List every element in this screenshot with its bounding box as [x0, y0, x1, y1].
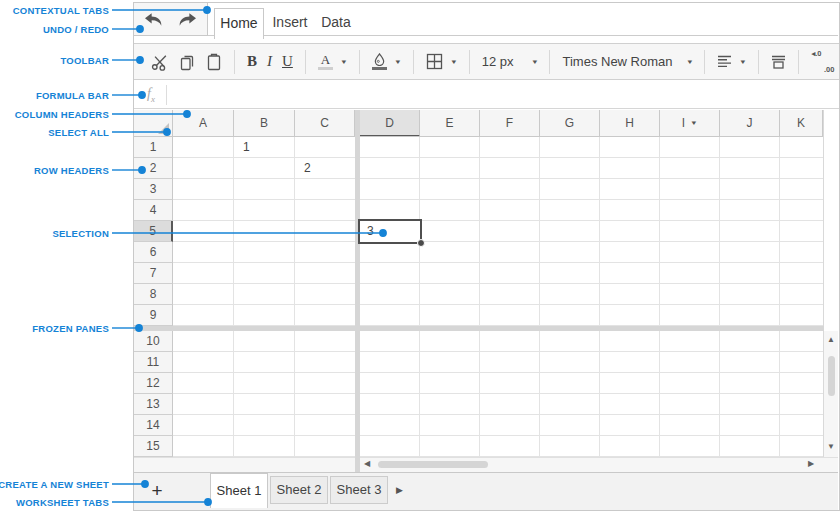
row-header-13[interactable]: 13: [134, 394, 173, 415]
annotation-select-all: SELECT ALL: [48, 126, 109, 139]
row-header-11[interactable]: 11: [134, 352, 173, 373]
frozen-pane-horizontal-bar[interactable]: [134, 326, 824, 331]
font-size-dropdown[interactable]: 12 px ▼: [482, 54, 538, 69]
tab-data[interactable]: Data: [314, 8, 358, 36]
alignment-button[interactable]: ▼: [717, 55, 746, 68]
row-header-10[interactable]: 10: [134, 331, 173, 352]
grid-pane-top-right[interactable]: [360, 137, 823, 326]
column-header-J[interactable]: J: [720, 110, 780, 136]
row-header-2[interactable]: 2: [134, 158, 173, 179]
copy-icon[interactable]: [179, 53, 196, 71]
toolbar: B I U A ▼ ▼: [134, 43, 839, 80]
decrease-decimal-button[interactable]: ◂.0 .00: [811, 50, 834, 74]
column-header-D[interactable]: D: [360, 110, 420, 137]
annotation-contextual-tabs: CONTEXTUAL TABS: [13, 4, 109, 17]
column-header-I[interactable]: I▼: [660, 110, 720, 136]
annotation-undo-redo: UNDO / REDO: [43, 23, 109, 36]
font-color-swatch: [318, 67, 333, 70]
chevron-down-icon[interactable]: ▼: [394, 59, 402, 65]
grid-pane-bottom-right[interactable]: [360, 331, 823, 457]
row-header-3[interactable]: 3: [134, 179, 173, 200]
column-dropdown-icon[interactable]: ▼: [690, 120, 698, 126]
toolbar-separator: [758, 50, 759, 74]
column-header-K[interactable]: K: [780, 110, 823, 136]
column-header-E[interactable]: E: [420, 110, 480, 136]
column-header-B[interactable]: B: [234, 110, 295, 136]
horizontal-scrollbar-thumb[interactable]: [378, 461, 488, 468]
row-header-4[interactable]: 4: [134, 200, 173, 221]
annotation-worksheet-tabs: WORKSHEET TABS: [16, 496, 109, 509]
column-header-A[interactable]: A: [173, 110, 234, 136]
scroll-left-icon[interactable]: ◀: [364, 460, 370, 468]
font-family-dropdown[interactable]: Times New Roman ▼: [562, 54, 692, 69]
row-header-9[interactable]: 9: [134, 305, 173, 326]
row-header-5[interactable]: 5: [134, 221, 173, 242]
vertical-scrollbar-thumb[interactable]: [828, 356, 835, 396]
toolbar-separator: [413, 50, 414, 74]
scroll-down-icon[interactable]: ▼: [827, 443, 835, 451]
formula-bar: fx: [134, 81, 839, 109]
row-header-7[interactable]: 7: [134, 263, 173, 284]
fill-color-button[interactable]: ▼: [372, 53, 401, 70]
select-all-corner[interactable]: [134, 110, 173, 136]
undo-icon[interactable]: [145, 13, 164, 26]
toolbar-separator: [305, 50, 306, 74]
bold-button[interactable]: B: [247, 53, 257, 70]
tab-home[interactable]: Home: [214, 8, 264, 39]
selection-cell-d5[interactable]: 3: [358, 219, 422, 244]
row-header-15[interactable]: 15: [134, 436, 173, 457]
annotation-toolbar: TOOLBAR: [60, 54, 109, 67]
annotation-row-headers: ROW HEADERS: [34, 164, 109, 177]
column-header-C[interactable]: C: [295, 110, 355, 136]
chevron-down-icon[interactable]: ▼: [340, 59, 348, 65]
formula-input[interactable]: [167, 84, 839, 106]
tab-insert[interactable]: Insert: [266, 8, 314, 36]
chevron-down-icon[interactable]: ▼: [531, 59, 539, 65]
grid-pane-top-left[interactable]: [173, 137, 355, 326]
toolbar-separator: [798, 50, 799, 74]
underline-button[interactable]: U: [282, 53, 293, 70]
wrap-text-icon[interactable]: [771, 55, 786, 69]
sheet-tab-1[interactable]: Sheet 1: [210, 473, 268, 508]
chevron-down-icon[interactable]: ▼: [450, 59, 458, 65]
italic-button[interactable]: I: [267, 53, 272, 70]
select-all-triangle-icon: [158, 123, 169, 134]
paste-icon[interactable]: [206, 53, 222, 71]
selection-fill-handle[interactable]: [417, 239, 425, 247]
chevron-down-icon[interactable]: ▼: [740, 59, 748, 65]
row-header-6[interactable]: 6: [134, 242, 173, 263]
sheet-tab-2[interactable]: Sheet 2: [270, 476, 328, 504]
column-header-F[interactable]: F: [480, 110, 540, 136]
chevron-down-icon[interactable]: ▼: [686, 59, 694, 65]
row-header-8[interactable]: 8: [134, 284, 173, 305]
fill-color-swatch: [372, 67, 387, 70]
spreadsheet-annotated-screenshot: Home Insert Data: [0, 0, 840, 512]
font-color-button[interactable]: A ▼: [318, 53, 347, 70]
column-header-H[interactable]: H: [600, 110, 660, 136]
annotation-formula-bar: FORMULA BAR: [36, 89, 109, 102]
toolbar-separator: [704, 50, 705, 74]
cell-C2[interactable]: 2: [304, 158, 311, 178]
annotation-column-headers: COLUMN HEADERS: [15, 108, 109, 121]
scroll-right-icon[interactable]: ▶: [808, 460, 814, 468]
annotation-create-new-sheet: CREATE A NEW SHEET: [0, 478, 109, 491]
toolbar-separator: [359, 50, 360, 74]
annotation-selection: SELECTION: [52, 227, 109, 240]
next-sheet-icon[interactable]: ▶: [396, 485, 403, 495]
row-header-1[interactable]: 1: [134, 137, 173, 158]
frozen-pane-vertical-bar[interactable]: [355, 110, 360, 472]
sheet-tab-3[interactable]: Sheet 3: [330, 476, 388, 504]
cell-B1[interactable]: 1: [243, 137, 250, 157]
cut-icon[interactable]: [151, 53, 169, 71]
toolbar-separator: [234, 50, 235, 74]
annotation-frozen-panes: FROZEN PANES: [32, 322, 109, 335]
add-sheet-button[interactable]: +: [146, 479, 168, 503]
row-header-14[interactable]: 14: [134, 415, 173, 436]
grid-pane-bottom-left[interactable]: [173, 331, 355, 457]
scroll-up-icon[interactable]: ▲: [827, 336, 835, 344]
column-header-G[interactable]: G: [540, 110, 600, 136]
toolbar-separator: [469, 50, 470, 74]
redo-icon[interactable]: [177, 13, 196, 26]
row-header-12[interactable]: 12: [134, 373, 173, 394]
borders-button[interactable]: ▼: [426, 53, 457, 70]
